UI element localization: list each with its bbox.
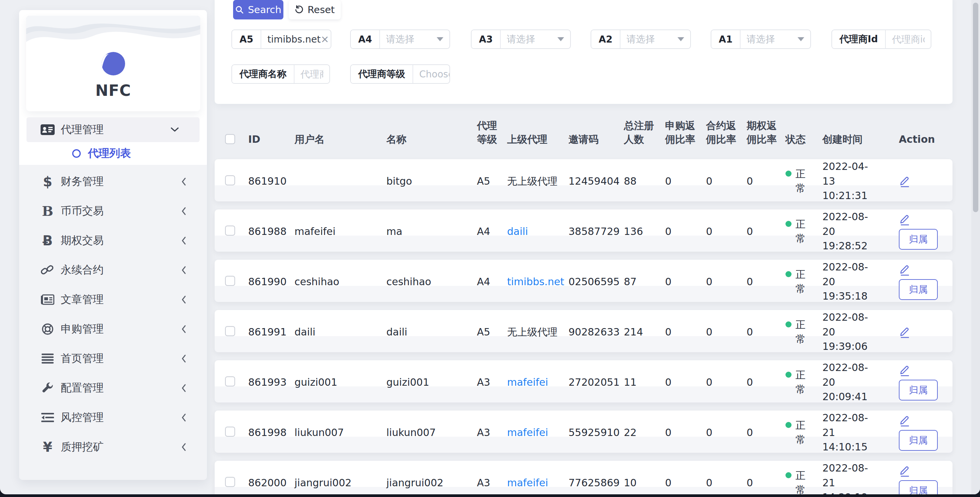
table-header: ID 用户名 名称 代理 等级 上级代理 邀请码 总注册 人数 申购返 佣比率 … [215,114,953,154]
cell-created-time: 2022-08-21 14:10:15 [822,411,899,454]
row-checkbox[interactable] [225,427,235,437]
cell-parent-agent: 无上级代理 [507,174,568,189]
sidebar-item-risk-control[interactable]: 风控管理 [19,403,207,432]
edit-icon[interactable] [899,213,911,225]
cell-username: daili [294,325,387,340]
sidebar-item-homepage[interactable]: 首页管理 [19,344,207,373]
cell-parent-agent: timibbs.net [507,275,568,289]
a3-select[interactable]: 请选择 [501,30,570,48]
a1-select[interactable]: 请选择 [741,30,810,48]
chevron-left-icon [181,266,186,274]
col-header-total-users: 总注册 人数 [624,119,665,146]
search-button[interactable]: Search [233,0,283,19]
cell-total-users: 87 [624,275,665,289]
status-dot-icon [786,221,792,227]
vertical-scrollbar-track[interactable] [971,0,980,494]
assign-button[interactable]: 归属 [899,279,938,300]
cell-invite-code: 77625869 [568,476,624,490]
chevron-left-icon [181,207,186,215]
a4-select[interactable]: 请选择 [380,30,449,48]
sidebar-item-label: 代理管理 [61,122,103,137]
status-badge: 正常 [786,468,822,494]
edit-icon[interactable] [899,364,911,376]
search-button-label: Search [248,4,282,16]
row-checkbox[interactable] [225,326,235,336]
sidebar-item-spot-trade[interactable]: B 币币交易 [19,196,207,226]
clear-icon[interactable]: × [321,34,329,44]
sidebar-item-agent-list[interactable]: 代理列表 [19,142,207,165]
dollar-icon: $ [40,175,55,188]
cell-username: ceshihao [294,275,387,289]
cell-contract-rate: 0 [706,375,746,390]
table-row: 861988 mafeifei ma A4 daili 38587729 136… [215,210,953,252]
reset-button-label: Reset [307,4,335,16]
sidebar-item-option-trade[interactable]: Ƀ 期权交易 [19,226,207,256]
cell-name: liukun007 [387,425,477,440]
sidebar-item-finance[interactable]: $ 财务管理 [19,167,207,196]
chevron-down-icon [437,37,443,41]
agent-name-input[interactable] [301,69,323,80]
cell-contract-rate: 0 [706,325,746,340]
cell-option-rate: 0 [746,174,786,189]
select-all-checkbox[interactable] [225,134,235,144]
chevron-left-icon [181,414,186,422]
cell-name: daili [387,325,477,340]
row-checkbox[interactable] [225,225,235,236]
col-header-parent: 上级代理 [507,133,568,146]
edit-icon[interactable] [899,175,911,187]
cell-id: 861910 [248,174,294,189]
chevron-down-icon [678,37,684,41]
cell-subscribe-rate: 0 [665,375,706,390]
assign-button[interactable]: 归属 [899,430,938,451]
assign-button[interactable]: 归属 [899,229,938,250]
sidebar-item-perpetual[interactable]: 永续合约 [19,256,207,285]
filter-agent-id: 代理商Id [831,30,931,49]
outdent-icon [40,413,55,422]
cell-subscribe-rate: 0 [665,174,706,189]
sidebar-item-staking[interactable]: ¥ 质押挖矿 [19,432,207,462]
a2-select[interactable]: 请选择 [620,30,690,48]
brand-name: NFC [26,81,200,100]
edit-icon[interactable] [899,464,911,477]
row-checkbox[interactable] [225,477,235,487]
cell-id: 861990 [248,275,294,289]
col-header-action: Action [899,133,953,146]
col-header-created: 创建时间 [822,133,899,146]
cell-option-rate: 0 [746,275,786,289]
sidebar-item-subscription[interactable]: 申购管理 [19,314,207,344]
chevron-down-icon [171,127,179,132]
sidebar-item-config[interactable]: 配置管理 [19,373,207,403]
a5-select[interactable]: timibbs.net × [261,30,331,48]
cell-option-rate: 0 [746,325,786,340]
row-checkbox[interactable] [225,175,235,185]
wrench-icon [40,383,55,394]
cell-contract-rate: 0 [706,275,746,289]
filter-agent-name: 代理商名称 [231,64,330,84]
cell-name: guizi001 [387,375,477,390]
agent-level-select[interactable]: Choose [413,65,450,83]
cell-name: jiangrui002 [387,476,477,490]
status-badge: 正常 [786,318,822,346]
vertical-scrollbar-thumb[interactable] [973,3,978,212]
sidebar-item-articles[interactable]: 文章管理 [19,285,207,314]
col-header-invite-code: 邀请码 [568,133,624,146]
filter-agent-level: 代理商等级 Choose [350,64,450,84]
table-row: 861910 bitgo A5 无上级代理 12459404 88 0 0 0 … [215,159,953,202]
cell-invite-code: 55925910 [568,425,624,440]
sidebar-item-agent-management[interactable]: 代理管理 [27,117,200,142]
reset-button[interactable]: Reset [289,0,341,19]
assign-button[interactable]: 归属 [899,380,938,400]
chevron-left-icon [181,178,186,186]
edit-icon[interactable] [899,326,911,338]
edit-icon[interactable] [899,414,911,427]
col-header-subscribe-rate: 申购返 佣比率 [665,119,706,146]
row-checkbox[interactable] [225,376,235,386]
row-checkbox[interactable] [225,276,235,286]
cell-created-time: 2022-08-20 19:39:06 [822,310,899,354]
assign-button[interactable]: 归属 [899,480,938,494]
chevron-left-icon [181,325,186,333]
edit-icon[interactable] [899,263,911,276]
cell-created-time: 2022-08-21 14:29:19 [822,461,899,494]
cell-option-rate: 0 [746,425,786,440]
agent-id-input[interactable] [892,34,925,45]
